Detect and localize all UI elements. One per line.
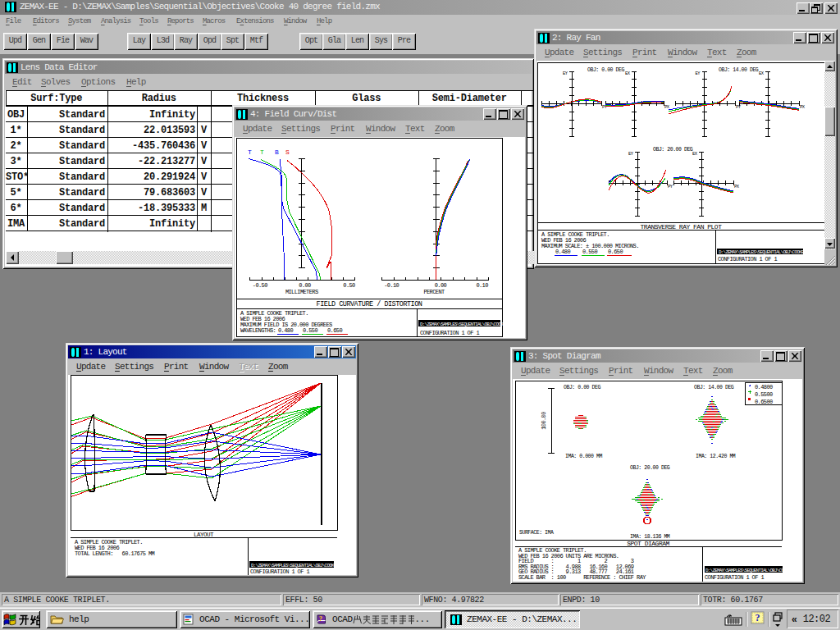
- svg-text:OBJ: 0.00 DEG: OBJ: 0.00 DEG: [564, 385, 600, 390]
- svg-text:EX: EX: [692, 151, 698, 157]
- svg-text:-0.50: -0.50: [253, 282, 267, 289]
- svg-text:IMA: 12.420 MM: IMA: 12.420 MM: [696, 454, 736, 459]
- svg-text:0.4800: 0.4800: [755, 384, 773, 390]
- svg-text:0.550: 0.550: [303, 327, 317, 334]
- svg-text:T: T: [260, 148, 264, 156]
- svg-text:CONFIGURATION 1 OF 1: CONFIGURATION 1 OF 1: [718, 256, 777, 262]
- svg-text:OBJ: 14.00 DEG: OBJ: 14.00 DEG: [719, 67, 759, 73]
- svg-text:OBJ: 14.00 DEG: OBJ: 14.00 DEG: [694, 385, 734, 390]
- svg-text:0.650: 0.650: [327, 327, 342, 334]
- svg-text:EY: EY: [563, 71, 568, 76]
- svg-text:0.5500: 0.5500: [755, 391, 773, 398]
- svg-text:S: S: [285, 148, 290, 156]
- svg-text:D:\ZEMAX\SAMPLES\SEQUENTIAL\OB: D:\ZEMAX\SAMPLES\SEQUENTIAL\OBJ\COOKE.ZM…: [251, 563, 346, 568]
- svg-text:IMA: 0.000 MM: IMA: 0.000 MM: [565, 454, 602, 459]
- svg-text:D:\ZEMAX\SAMPLES\SEQUENTIAL\OB: D:\ZEMAX\SAMPLES\SEQUENTIAL\OBJ\COOKE.ZM…: [719, 249, 814, 255]
- svg-text:0.10: 0.10: [476, 282, 488, 289]
- svg-text:PY: PY: [668, 184, 673, 189]
- svg-text:PX: PX: [734, 184, 740, 189]
- svg-text:WAVELENGTHS:: WAVELENGTHS:: [240, 327, 276, 334]
- svg-text:0.6500: 0.6500: [755, 399, 773, 405]
- svg-text:0.00: 0.00: [435, 282, 447, 289]
- svg-text:MILLIMETERS: MILLIMETERS: [285, 289, 318, 295]
- svg-text:0.480: 0.480: [278, 327, 293, 334]
- svg-text:EX: EX: [759, 71, 765, 76]
- svg-text:D:\ZEMAX\SAMPLES\SEQUENTIAL\OB: D:\ZEMAX\SAMPLES\SEQUENTIAL\OBJ\COOKE.ZM…: [705, 568, 801, 573]
- svg-text:TRANSVERSE RAY FAN PLOT: TRANSVERSE RAY FAN PLOT: [641, 223, 723, 231]
- svg-text:EX: EX: [625, 71, 631, 76]
- svg-text:0.50: 0.50: [343, 282, 355, 289]
- svg-text:CONFIGURATION 1 OF 1: CONFIGURATION 1 OF 1: [420, 330, 479, 336]
- svg-text:IMA: 18.136 MM: IMA: 18.136 MM: [630, 534, 670, 540]
- svg-text:TOTAL LENGTH: 60.17675 MM: TOTAL LENGTH: 60.17675 MM: [75, 550, 155, 557]
- svg-text:EY: EY: [696, 71, 701, 76]
- svg-text:B: B: [275, 148, 279, 156]
- svg-text:SCALE BAR : 100 REFERENC: SCALE BAR : 100 REFERENCE : CHIEF RAY: [518, 574, 646, 581]
- svg-text:?: ?: [756, 612, 760, 623]
- svg-text:EY: EY: [628, 151, 634, 157]
- svg-text:PX: PX: [800, 104, 806, 110]
- svg-text:OBJ: 20.00 DEG: OBJ: 20.00 DEG: [653, 147, 693, 153]
- svg-text:OBJ: 20.00 DEG: OBJ: 20.00 DEG: [630, 465, 670, 471]
- svg-text:D:\ZEMAX\SAMPLES\SEQUENTIAL\OB: D:\ZEMAX\SAMPLES\SEQUENTIAL\OBJ\COOKE.ZM…: [420, 322, 515, 327]
- svg-text:0.550: 0.550: [582, 249, 597, 255]
- svg-text:0.480: 0.480: [555, 249, 570, 255]
- svg-text:CONFIGURATION 1 OF 1: CONFIGURATION 1 OF 1: [250, 568, 309, 575]
- svg-text:?: ?: [319, 615, 322, 623]
- svg-text:-0.10: -0.10: [384, 282, 399, 289]
- svg-text:0.650: 0.650: [608, 249, 623, 255]
- svg-text:100.00: 100.00: [541, 412, 547, 430]
- svg-text:0.00: 0.00: [299, 282, 311, 289]
- svg-text:PY: PY: [736, 104, 742, 110]
- svg-text:PERCENT: PERCENT: [423, 289, 445, 295]
- svg-text:SURFACE: IMA: SURFACE: IMA: [519, 530, 554, 536]
- svg-text:SPOT DIAGRAM: SPOT DIAGRAM: [627, 540, 669, 547]
- svg-text:PX: PX: [664, 104, 670, 110]
- svg-text:OBJ: 0.00 DEG: OBJ: 0.00 DEG: [587, 67, 624, 73]
- svg-text:T: T: [248, 148, 252, 156]
- svg-text:FIELD CURVATURE / DISTORTION: FIELD CURVATURE / DISTORTION: [317, 300, 422, 308]
- svg-text:LAYOUT: LAYOUT: [194, 532, 214, 538]
- svg-text:CONFIGURATION 1 OF 1: CONFIGURATION 1 OF 1: [705, 574, 764, 581]
